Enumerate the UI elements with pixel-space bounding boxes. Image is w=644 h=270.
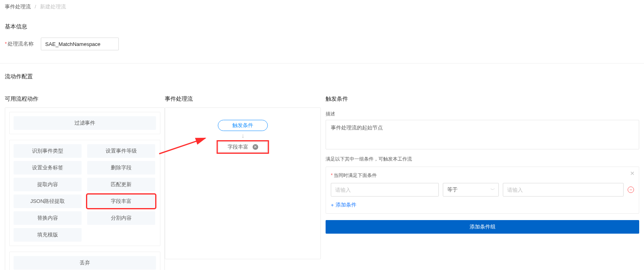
action-set-event-level[interactable]: 设置事件等级 (87, 144, 155, 158)
breadcrumb-current: 新建处理流 (40, 4, 66, 10)
action-identify-event-type[interactable]: 识别事件类型 (14, 144, 82, 158)
flow-node-remove-icon[interactable]: ✕ (252, 144, 258, 150)
trigger-desc-box: 事件处理流的起始节点 (326, 120, 639, 149)
condition-value-input[interactable] (503, 183, 624, 197)
add-condition-button[interactable]: + 添加条件 (331, 201, 356, 208)
flow-name-label: 处理流名称 (5, 40, 34, 48)
action-fill-template[interactable]: 填充模版 (14, 228, 82, 242)
flow-node-trigger[interactable]: 触发条件 (218, 120, 268, 131)
action-extract-content[interactable]: 提取内容 (14, 178, 82, 191)
condition-operator-label: 等于 (447, 186, 458, 193)
condition-field-input[interactable] (331, 183, 439, 197)
group-filter: 过滤事件 (9, 112, 160, 134)
flow-stack: 触发条件 ↓ 字段丰富 ✕ (218, 120, 268, 153)
chevron-down-icon: ﹀ (490, 187, 495, 193)
action-delete-field[interactable]: 删除字段 (87, 161, 155, 175)
flow-config-section: 流动作配置 (0, 64, 644, 91)
plus-icon: + (331, 202, 334, 208)
breadcrumb: 事件处理流 / 新建处理流 (0, 0, 644, 14)
trigger-title: 触发条件 (326, 95, 639, 103)
action-discard[interactable]: 丢弃 (14, 256, 156, 270)
condition-group: ✕ 当同时满足下面条件 等于 ﹀ − + 添加条件 (326, 167, 639, 214)
trigger-column: 触发条件 描述 事件处理流的起始节点 满足以下其中一组条件，可触发本工作流 ✕ … (321, 95, 639, 270)
action-set-business-tag[interactable]: 设置业务标签 (14, 161, 82, 175)
action-json-path-extract[interactable]: JSON路径提取 (14, 195, 82, 208)
group-transforms: 识别事件类型 设置事件等级 设置业务标签 删除字段 提取内容 匹配更新 JSON… (9, 140, 160, 246)
condition-row: 等于 ﹀ − (331, 183, 634, 197)
add-condition-label: 添加条件 (336, 201, 356, 208)
basic-info-title: 基本信息 (5, 23, 639, 30)
remove-condition-icon[interactable]: − (628, 187, 634, 193)
breadcrumb-parent[interactable]: 事件处理流 (5, 4, 31, 10)
flow-column: 事件处理流 触发条件 ↓ 字段丰富 ✕ (165, 95, 321, 270)
trigger-desc-label: 描述 (326, 111, 639, 117)
svg-line-0 (159, 138, 205, 154)
flow-name-row: 处理流名称 (5, 38, 639, 50)
action-filter-event[interactable]: 过滤事件 (14, 116, 156, 130)
flow-canvas[interactable]: 触发条件 ↓ 字段丰富 ✕ (165, 107, 321, 259)
action-split-content[interactable]: 分割内容 (87, 211, 155, 225)
flow-config-title: 流动作配置 (5, 73, 639, 80)
flow-node-field-enrich[interactable]: 字段丰富 ✕ (218, 141, 268, 153)
remove-group-icon[interactable]: ✕ (630, 170, 635, 177)
breadcrumb-separator: / (35, 4, 36, 10)
action-match-update[interactable]: 匹配更新 (87, 178, 155, 191)
available-actions-title: 可用流程动作 (5, 95, 165, 103)
flow-arrow-icon: ↓ (241, 133, 244, 139)
available-actions-column: 可用流程动作 过滤事件 识别事件类型 设置事件等级 设置业务标签 删除字段 提取… (5, 95, 165, 270)
condition-operator-select[interactable]: 等于 ﹀ (443, 183, 499, 197)
add-condition-group-button[interactable]: 添加条件组 (326, 220, 639, 234)
available-actions-panel: 过滤事件 识别事件类型 设置事件等级 设置业务标签 删除字段 提取内容 匹配更新… (5, 107, 165, 270)
action-field-enrich[interactable]: 字段丰富 (87, 195, 155, 208)
flow-title: 事件处理流 (165, 95, 321, 103)
config-columns: 可用流程动作 过滤事件 识别事件类型 设置事件等级 设置业务标签 删除字段 提取… (0, 91, 644, 270)
basic-info-section: 基本信息 处理流名称 (0, 14, 644, 62)
flow-node-label: 字段丰富 (228, 143, 248, 151)
flow-name-input[interactable] (41, 38, 119, 50)
trigger-hint: 满足以下其中一组条件，可触发本工作流 (326, 156, 639, 163)
group-discard: 丢弃 (9, 252, 160, 270)
condition-group-label: 当同时满足下面条件 (331, 173, 377, 178)
action-replace-content[interactable]: 替换内容 (14, 211, 82, 225)
